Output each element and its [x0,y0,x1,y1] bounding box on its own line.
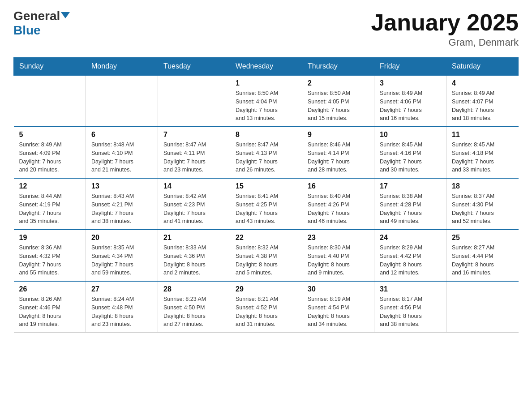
day-number: 22 [236,234,296,242]
calendar-week-row: 5Sunrise: 8:49 AMSunset: 4:09 PMDaylight… [14,127,519,178]
day-info: Sunrise: 8:41 AMSunset: 4:25 PMDaylight:… [236,192,296,226]
day-number: 7 [163,131,224,139]
day-info: Sunrise: 8:50 AMSunset: 4:04 PMDaylight:… [236,89,296,123]
calendar-cell: 4Sunrise: 8:49 AMSunset: 4:07 PMDaylight… [446,75,519,127]
day-info: Sunrise: 8:29 AMSunset: 4:42 PMDaylight:… [380,244,441,277]
calendar-cell: 26Sunrise: 8:26 AMSunset: 4:46 PMDayligh… [14,281,86,333]
header-tuesday: Tuesday [158,58,230,76]
logo-triangle-icon [61,12,70,18]
calendar-cell: 12Sunrise: 8:44 AMSunset: 4:19 PMDayligh… [14,178,86,230]
calendar-cell: 1Sunrise: 8:50 AMSunset: 4:04 PMDaylight… [230,75,302,127]
header-sunday: Sunday [14,58,86,76]
day-number: 13 [91,182,152,190]
day-number: 23 [308,234,369,242]
calendar-cell: 10Sunrise: 8:45 AMSunset: 4:16 PMDayligh… [374,127,446,178]
day-info: Sunrise: 8:47 AMSunset: 4:11 PMDaylight:… [163,141,224,174]
day-info: Sunrise: 8:43 AMSunset: 4:21 PMDaylight:… [91,192,152,226]
day-info: Sunrise: 8:35 AMSunset: 4:34 PMDaylight:… [91,244,152,277]
day-info: Sunrise: 8:45 AMSunset: 4:16 PMDaylight:… [380,141,441,174]
day-number: 27 [91,285,152,293]
day-number: 9 [308,131,369,139]
calendar-week-row: 12Sunrise: 8:44 AMSunset: 4:19 PMDayligh… [14,178,519,230]
month-title: January 2025 [371,9,519,36]
day-number: 11 [452,131,513,139]
day-number: 1 [236,79,296,87]
day-info: Sunrise: 8:49 AMSunset: 4:07 PMDaylight:… [452,89,513,123]
calendar-cell: 28Sunrise: 8:23 AMSunset: 4:50 PMDayligh… [158,281,230,333]
calendar-cell: 13Sunrise: 8:43 AMSunset: 4:21 PMDayligh… [86,178,158,230]
header-wednesday: Wednesday [230,58,302,76]
day-info: Sunrise: 8:24 AMSunset: 4:48 PMDaylight:… [91,295,152,329]
day-info: Sunrise: 8:30 AMSunset: 4:40 PMDaylight:… [308,244,369,277]
calendar-cell: 15Sunrise: 8:41 AMSunset: 4:25 PMDayligh… [230,178,302,230]
day-info: Sunrise: 8:42 AMSunset: 4:23 PMDaylight:… [163,192,224,226]
calendar-cell: 14Sunrise: 8:42 AMSunset: 4:23 PMDayligh… [158,178,230,230]
calendar-cell: 19Sunrise: 8:36 AMSunset: 4:32 PMDayligh… [14,230,86,281]
calendar-cell: 8Sunrise: 8:47 AMSunset: 4:13 PMDaylight… [230,127,302,178]
location: Gram, Denmark [371,37,519,48]
calendar-cell [158,75,230,127]
day-info: Sunrise: 8:48 AMSunset: 4:10 PMDaylight:… [91,141,152,174]
day-info: Sunrise: 8:23 AMSunset: 4:50 PMDaylight:… [163,295,224,329]
day-info: Sunrise: 8:38 AMSunset: 4:28 PMDaylight:… [380,192,441,226]
day-info: Sunrise: 8:49 AMSunset: 4:09 PMDaylight:… [19,141,81,174]
day-number: 3 [380,79,441,87]
day-info: Sunrise: 8:17 AMSunset: 4:56 PMDaylight:… [380,295,441,329]
calendar-cell: 25Sunrise: 8:27 AMSunset: 4:44 PMDayligh… [446,230,519,281]
calendar-cell: 24Sunrise: 8:29 AMSunset: 4:42 PMDayligh… [374,230,446,281]
calendar-cell: 5Sunrise: 8:49 AMSunset: 4:09 PMDaylight… [14,127,86,178]
day-number: 24 [380,234,441,242]
day-number: 8 [236,131,296,139]
calendar-week-row: 26Sunrise: 8:26 AMSunset: 4:46 PMDayligh… [14,281,519,333]
header-thursday: Thursday [302,58,374,76]
calendar-week-row: 19Sunrise: 8:36 AMSunset: 4:32 PMDayligh… [14,230,519,281]
day-info: Sunrise: 8:27 AMSunset: 4:44 PMDaylight:… [452,244,513,277]
calendar-cell: 2Sunrise: 8:50 AMSunset: 4:05 PMDaylight… [302,75,374,127]
calendar-cell [14,75,86,127]
day-number: 28 [163,285,224,293]
day-info: Sunrise: 8:45 AMSunset: 4:18 PMDaylight:… [452,141,513,174]
calendar-cell: 22Sunrise: 8:32 AMSunset: 4:38 PMDayligh… [230,230,302,281]
day-number: 17 [380,182,441,190]
header-saturday: Saturday [446,58,519,76]
logo-general-text: General [13,9,60,23]
calendar-cell: 11Sunrise: 8:45 AMSunset: 4:18 PMDayligh… [446,127,519,178]
day-number: 18 [452,182,513,190]
day-number: 15 [236,182,296,190]
day-info: Sunrise: 8:46 AMSunset: 4:14 PMDaylight:… [308,141,369,174]
calendar-cell: 17Sunrise: 8:38 AMSunset: 4:28 PMDayligh… [374,178,446,230]
day-info: Sunrise: 8:19 AMSunset: 4:54 PMDaylight:… [308,295,369,329]
title-block: January 2025 Gram, Denmark [371,9,519,48]
day-info: Sunrise: 8:26 AMSunset: 4:46 PMDaylight:… [19,295,81,329]
calendar-table: Sunday Monday Tuesday Wednesday Thursday… [13,57,519,333]
day-number: 2 [308,79,369,87]
calendar-week-row: 1Sunrise: 8:50 AMSunset: 4:04 PMDaylight… [14,75,519,127]
day-number: 26 [19,285,81,293]
day-info: Sunrise: 8:36 AMSunset: 4:32 PMDaylight:… [19,244,81,277]
calendar-cell: 21Sunrise: 8:33 AMSunset: 4:36 PMDayligh… [158,230,230,281]
day-number: 29 [236,285,296,293]
calendar-cell: 31Sunrise: 8:17 AMSunset: 4:56 PMDayligh… [374,281,446,333]
logo-blue-text: Blue [13,23,41,37]
day-number: 30 [308,285,369,293]
calendar-cell: 6Sunrise: 8:48 AMSunset: 4:10 PMDaylight… [86,127,158,178]
calendar-cell: 7Sunrise: 8:47 AMSunset: 4:11 PMDaylight… [158,127,230,178]
calendar-cell: 9Sunrise: 8:46 AMSunset: 4:14 PMDaylight… [302,127,374,178]
header-monday: Monday [86,58,158,76]
calendar-cell: 23Sunrise: 8:30 AMSunset: 4:40 PMDayligh… [302,230,374,281]
calendar-cell [86,75,158,127]
day-number: 6 [91,131,152,139]
header-friday: Friday [374,58,446,76]
day-info: Sunrise: 8:44 AMSunset: 4:19 PMDaylight:… [19,192,81,226]
day-number: 25 [452,234,513,242]
logo: General Blue [13,9,70,38]
page-header: General Blue January 2025 Gram, Denmark [13,9,519,48]
calendar-cell [446,281,519,333]
day-number: 12 [19,182,81,190]
day-info: Sunrise: 8:21 AMSunset: 4:52 PMDaylight:… [236,295,296,329]
day-info: Sunrise: 8:50 AMSunset: 4:05 PMDaylight:… [308,89,369,123]
day-info: Sunrise: 8:47 AMSunset: 4:13 PMDaylight:… [236,141,296,174]
calendar-cell: 3Sunrise: 8:49 AMSunset: 4:06 PMDaylight… [374,75,446,127]
calendar-cell: 18Sunrise: 8:37 AMSunset: 4:30 PMDayligh… [446,178,519,230]
day-number: 5 [19,131,81,139]
